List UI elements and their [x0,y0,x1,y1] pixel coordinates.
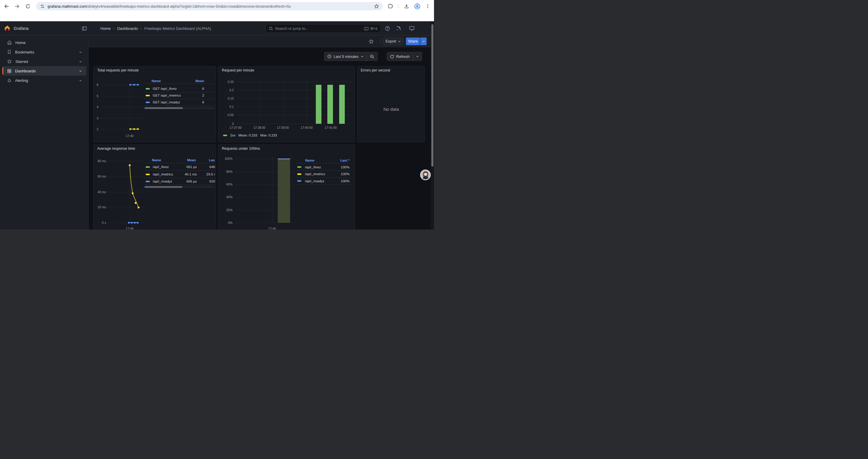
legend-name[interactable]: 2xx [230,133,236,137]
profile-icon[interactable] [414,0,421,12]
home-icon [7,40,12,45]
legend-scrollbar[interactable] [145,186,215,188]
legend-header-mean[interactable]: Mean [175,79,204,83]
chevron-down-icon[interactable] [79,79,82,82]
legend-row[interactable]: /api/_/metrics 40.1 ms 20.5 r [146,172,215,176]
data-point [129,128,131,130]
browser-menu-icon[interactable] [425,0,431,12]
legend-header-last[interactable]: Las [199,158,215,162]
panel-title[interactable]: Total requests per minute [97,68,138,72]
chevron-down-icon [398,40,401,43]
legend-name[interactable]: GET /api/_/readyz [153,100,180,104]
refresh-icon [390,54,394,59]
sidebar-item-home[interactable]: Home [2,38,86,47]
legend-name[interactable]: GET /api/_/metrics [153,94,181,97]
panel-request-per-minute: Request per minute 0.25 0.2 0.15 0.1 0.0… [218,66,355,142]
breadcrumb-home[interactable]: Home [100,26,111,31]
sidebar-item-starred[interactable]: Starred [2,57,86,66]
download-icon[interactable] [403,0,410,12]
extensions-icon[interactable] [387,0,394,12]
chevron-down-icon[interactable] [79,60,82,63]
breadcrumb-dashboards[interactable]: Dashboards [117,26,138,31]
site-settings-icon[interactable] [40,4,44,8]
floating-assistant-avatar[interactable] [420,169,431,180]
news-rss-icon[interactable] [395,21,403,35]
panel-title[interactable]: Requests under 100ms [222,146,260,151]
time-range-picker[interactable]: Last 5 minutes [324,52,367,61]
legend-name[interactable]: /api/_/livez [153,165,169,169]
legend-header-name[interactable]: Name [305,159,314,162]
legend-row[interactable]: 2xx Mean: 0.233 Max: 0.233 [223,133,350,137]
legend-row[interactable]: GET /api/_/metrics 2 [146,93,215,97]
chevron-down-icon [422,40,425,43]
forward-icon[interactable] [14,0,20,12]
chevron-down-icon[interactable] [79,69,82,73]
dock-menu-icon[interactable] [80,23,88,34]
share-menu-button[interactable] [420,37,427,45]
legend-row[interactable]: /api/_/readyz 100% [297,179,349,183]
grafana-logo[interactable] [4,25,11,32]
search-shortcut: ⌘+k [364,27,378,31]
legend-row[interactable]: GET /api/_/livez 6 [146,87,215,91]
gridline [259,79,260,124]
refresh-interval-picker[interactable] [413,52,422,61]
bookmark-star-icon[interactable] [374,4,379,9]
address-bar[interactable]: grafana.mathmast.com/d/deytv4rwavabkb/fr… [36,2,382,10]
export-button[interactable]: Export [383,37,403,45]
data-point [133,84,135,86]
sidebar-item-alerting[interactable]: Alerting [2,76,86,85]
panel-title[interactable]: Request per minute [222,68,254,72]
legend-mean: 6 [203,100,204,104]
help-icon[interactable] [383,21,392,35]
legend-header-name[interactable]: Name [152,79,161,83]
reload-icon[interactable] [25,0,31,12]
scrollbar-thumb[interactable] [431,24,433,167]
share-button[interactable]: Share [406,37,420,45]
bookmark-icon [7,50,11,54]
time-controls: Last 5 minutes [324,52,378,61]
legend-mean: Mean: 0.233 [239,133,257,137]
gridline [130,83,130,133]
legend-name[interactable]: /api/_/livez [305,165,321,169]
back-icon[interactable] [3,0,9,12]
favorite-star-icon[interactable] [368,35,375,47]
legend-name[interactable]: /api/_/metrics [153,172,173,176]
refresh-button[interactable]: Refresh [387,52,413,61]
y-tick: 6 [94,83,98,87]
zoom-out-button[interactable] [367,52,377,61]
legend-header-mean[interactable]: Mean [172,158,196,162]
search-input[interactable]: Search or jump to... ⌘+k [266,24,381,33]
legend-divider [145,84,215,84]
y-tick: 0% [219,221,232,225]
legend-row[interactable]: /api/_/metrics 100% [297,172,349,176]
legend-row[interactable]: /api/_/livez 100% [297,165,349,169]
sidebar-item-dashboards[interactable]: Dashboards [2,66,86,76]
data-point [131,222,133,224]
legend-name[interactable]: /api/_/readyz [305,179,324,183]
panel-title[interactable]: Errors per second [361,68,390,72]
series-swatch [223,135,227,136]
monitor-icon[interactable] [408,21,416,35]
legend-header-name[interactable]: Name [152,158,161,162]
grafana-brand[interactable]: Grafana [13,21,29,35]
series-swatch [146,102,150,103]
page-scrollbar[interactable] [431,21,434,230]
time-range-label: Last 5 minutes [334,54,359,59]
legend-name[interactable]: /api/_/readyz [153,179,172,183]
chevron-down-icon[interactable] [79,51,82,54]
browser-toolbar: grafana.mathmast.com/d/deytv4rwavabkb/fr… [0,0,434,12]
sidebar-item-bookmarks[interactable]: Bookmarks [2,47,86,57]
dashboard-toolbar: Export Share [89,35,434,47]
sidebar: Home Bookmarks Starred Dashboards Alerti… [0,35,89,230]
legend-mean: 605 µs [186,179,197,183]
legend-row[interactable]: GET /api/_/readyz 6 [146,100,215,104]
keyboard-icon [364,27,369,30]
legend-row[interactable]: /api/_/readyz 605 µs 620 [146,179,215,184]
legend-row[interactable]: /api/_/livez 661 µs 646 [146,165,215,169]
legend-header-last[interactable]: Last * [326,159,349,162]
legend-name[interactable]: GET /api/_/livez [153,87,177,90]
legend-scrollbar[interactable] [145,107,215,109]
y-tick: 0.15 [219,97,234,100]
legend-name[interactable]: /api/_/metrics [305,172,325,176]
panel-title[interactable]: Average response time [97,146,135,151]
